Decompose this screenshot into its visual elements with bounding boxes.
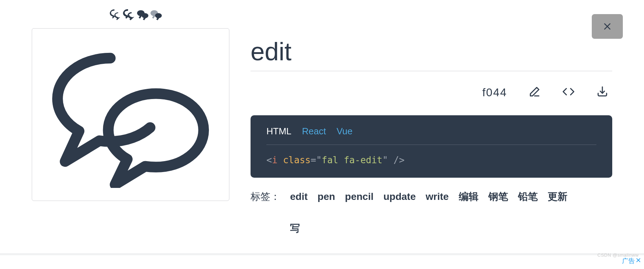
tag-item[interactable]: 钢笔	[488, 190, 508, 203]
comments-icon[interactable]	[109, 9, 123, 22]
tag-item[interactable]: pencil	[345, 191, 374, 202]
ad-close-icon[interactable]	[636, 257, 641, 265]
code-snippet-card: HTML React Vue <i class="fal fa-edit" />	[251, 115, 612, 178]
tab-html[interactable]: HTML	[266, 126, 291, 137]
code-tabs: HTML React Vue	[266, 126, 596, 145]
comments-icon[interactable]	[136, 9, 150, 22]
comments-icon[interactable]	[123, 9, 136, 22]
icon-preview	[32, 28, 229, 201]
tag-item[interactable]: 写	[290, 222, 300, 235]
edit-icon[interactable]	[528, 85, 541, 99]
ad-label: 广告	[622, 257, 635, 265]
tag-item[interactable]: update	[383, 191, 416, 202]
ad-banner: 广告	[0, 253, 644, 269]
comments-icon	[49, 40, 212, 189]
close-button[interactable]	[592, 14, 623, 39]
tab-vue[interactable]: Vue	[337, 126, 353, 137]
tag-item[interactable]: 编辑	[459, 190, 479, 203]
code-icon[interactable]	[562, 85, 575, 99]
tags-label: 标签：	[251, 190, 280, 203]
comments-icon[interactable]	[150, 9, 163, 22]
icon-title: edit	[251, 37, 612, 69]
unicode-label: f044	[482, 86, 507, 99]
meta-row: f044	[251, 85, 612, 99]
code-snippet[interactable]: <i class="fal fa-edit" />	[266, 155, 596, 165]
watermark: CSDN @smalinww	[597, 252, 639, 258]
style-variant-icons	[109, 9, 163, 22]
tag-item[interactable]: edit	[290, 191, 308, 202]
tags-row: 标签： edit pen pencil update write 编辑 钢笔 铅…	[251, 190, 612, 235]
tag-item[interactable]: 铅笔	[518, 190, 538, 203]
icon-detail-panel: edit f044 HTML React Vue	[0, 0, 644, 269]
tag-item[interactable]: 更新	[548, 190, 567, 203]
detail-column: edit f044 HTML React Vue	[251, 28, 612, 235]
tag-item[interactable]: write	[426, 191, 449, 202]
tab-react[interactable]: React	[302, 126, 326, 137]
download-icon[interactable]	[596, 85, 609, 99]
tag-item[interactable]: pen	[318, 191, 335, 202]
divider	[251, 71, 612, 71]
